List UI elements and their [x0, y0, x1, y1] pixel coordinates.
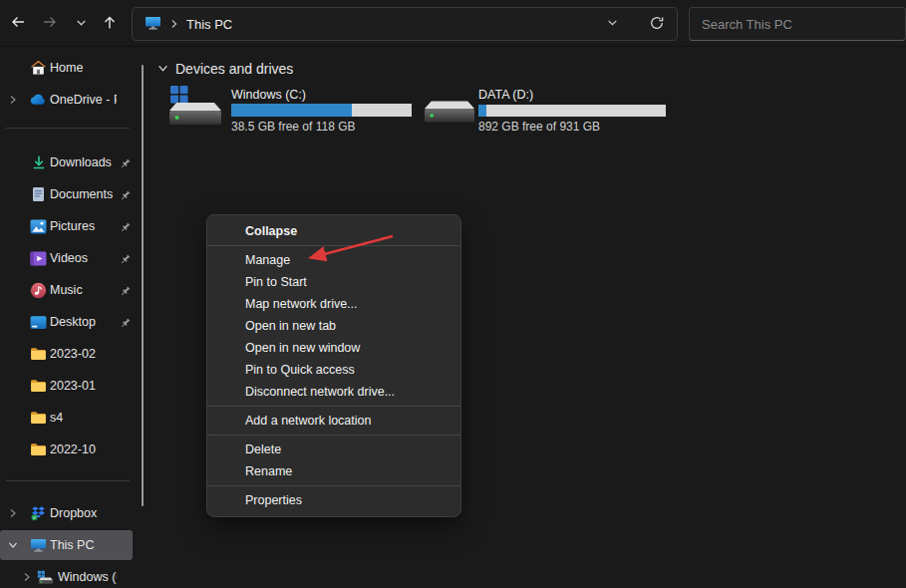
drive-name: Windows (C:) — [231, 88, 306, 102]
sidebar-item-label: Windows (C:) — [58, 570, 117, 584]
sidebar-item-label: This PC — [50, 538, 117, 552]
sidebar-item-label: 2022-10 — [50, 442, 117, 456]
pin-icon — [119, 220, 132, 233]
up-button[interactable] — [98, 12, 122, 36]
menu-item-rename[interactable]: Rename — [207, 460, 460, 482]
videos-icon — [30, 250, 47, 267]
music-icon — [30, 282, 47, 299]
menu-item-manage[interactable]: Manage — [207, 249, 460, 271]
menu-separator — [207, 245, 460, 246]
sidebar-scrollbar-thumb[interactable] — [142, 65, 144, 506]
context-menu: Collapse Manage Pin to Start Map network… — [206, 214, 461, 517]
sidebar-item-folder-2023-01[interactable]: 2023-01 — [0, 371, 133, 401]
chevron-down-icon — [75, 15, 88, 33]
sidebar-item-label: Music — [50, 283, 117, 297]
drive-free-space: 38.5 GB free of 118 GB — [231, 120, 356, 134]
menu-item-disconnect-network-drive[interactable]: Disconnect network drive... — [207, 381, 460, 403]
breadcrumb-chevron-icon — [169, 17, 178, 32]
chevron-right-icon[interactable] — [6, 93, 20, 107]
chevron-down-icon[interactable] — [157, 61, 168, 77]
sidebar-item-dropbox[interactable]: Dropbox — [0, 498, 133, 528]
menu-item-add-a-network-location[interactable]: Add a network location — [207, 410, 460, 432]
drive-usage-bar — [231, 104, 412, 117]
section-header-devices-and-drives[interactable]: Devices and drives — [157, 61, 293, 77]
documents-icon — [30, 186, 47, 203]
sidebar-item-home[interactable]: Home — [0, 53, 133, 83]
sidebar-divider — [6, 480, 130, 481]
search-box[interactable] — [689, 7, 906, 41]
folder-icon — [30, 441, 47, 458]
sidebar-item-label: s4 — [50, 411, 117, 425]
toolbar: This PC — [0, 0, 906, 47]
folder-icon — [30, 346, 47, 363]
hard-drive-icon — [425, 99, 474, 129]
drive-usage-bar — [478, 105, 666, 117]
drive-usage-fill — [231, 104, 352, 117]
drive-usage-fill — [478, 105, 486, 117]
sidebar-item-downloads[interactable]: Downloads — [0, 147, 133, 177]
menu-item-collapse[interactable]: Collapse — [207, 220, 460, 242]
menu-item-pin-to-start[interactable]: Pin to Start — [207, 271, 460, 293]
windows-drive-icon — [37, 569, 54, 586]
sidebar-item-label: Downloads — [50, 155, 117, 169]
menu-item-pin-to-quick-access[interactable]: Pin to Quick access — [207, 359, 460, 381]
menu-item-delete[interactable]: Delete — [207, 439, 460, 460]
breadcrumb-location[interactable]: This PC — [186, 17, 232, 32]
sidebar-item-label: Home — [50, 61, 117, 75]
sidebar-item-label: 2023-01 — [50, 379, 117, 393]
home-icon — [30, 60, 47, 77]
sidebar: Home OneDrive - Perso Downloads Document… — [0, 48, 151, 588]
sidebar-divider — [6, 128, 130, 129]
menu-separator — [207, 435, 460, 436]
chevron-right-icon[interactable] — [20, 570, 34, 584]
sidebar-item-label: Documents — [50, 187, 117, 201]
forward-icon — [41, 14, 59, 34]
sidebar-item-folder-2023-02[interactable]: 2023-02 — [0, 339, 133, 369]
desktop-icon — [30, 314, 47, 331]
forward-button[interactable] — [38, 12, 62, 36]
onedrive-icon — [30, 92, 47, 109]
sidebar-item-label: Dropbox — [50, 506, 117, 520]
sidebar-item-label: Videos — [50, 251, 117, 265]
pin-icon — [119, 316, 132, 329]
sidebar-item-label: 2023-02 — [50, 347, 117, 361]
sidebar-item-label: Pictures — [50, 219, 117, 233]
sidebar-item-documents[interactable]: Documents — [0, 179, 133, 209]
sidebar-item-this-pc[interactable]: This PC — [0, 530, 133, 560]
refresh-icon[interactable] — [649, 15, 665, 34]
sidebar-item-music[interactable]: Music — [0, 275, 133, 305]
menu-item-open-in-new-window[interactable]: Open in new window — [207, 337, 460, 359]
back-button[interactable] — [6, 12, 30, 36]
chevron-right-icon[interactable] — [6, 506, 20, 520]
address-dropdown-icon[interactable] — [606, 16, 619, 32]
menu-separator — [207, 485, 460, 486]
recent-locations-button[interactable] — [69, 12, 93, 36]
sidebar-item-videos[interactable]: Videos — [0, 243, 133, 273]
sidebar-item-label: Desktop — [50, 315, 117, 329]
pin-icon — [119, 284, 132, 297]
pin-icon — [119, 188, 132, 201]
sidebar-item-folder-2022-10[interactable]: 2022-10 — [0, 435, 133, 464]
sidebar-item-folder-s4[interactable]: s4 — [0, 403, 133, 433]
up-arrow-icon — [102, 14, 118, 35]
hard-drive-icon — [169, 101, 221, 131]
downloads-icon — [30, 154, 47, 171]
pin-icon — [119, 156, 132, 169]
sidebar-item-label: OneDrive - Perso — [50, 93, 117, 107]
menu-item-open-in-new-tab[interactable]: Open in new tab — [207, 315, 460, 337]
dropbox-icon — [30, 505, 47, 522]
search-input[interactable] — [702, 17, 893, 32]
drive-name: DATA (D:) — [478, 88, 533, 102]
menu-item-properties[interactable]: Properties — [207, 489, 460, 511]
folder-icon — [30, 378, 47, 395]
back-icon — [9, 14, 27, 34]
chevron-down-icon[interactable] — [6, 538, 20, 552]
folder-icon — [30, 410, 47, 427]
sidebar-item-onedrive[interactable]: OneDrive - Perso — [0, 85, 133, 115]
sidebar-item-pictures[interactable]: Pictures — [0, 211, 133, 241]
sidebar-item-windows-c[interactable]: Windows (C:) — [0, 562, 133, 588]
sidebar-item-desktop[interactable]: Desktop — [0, 307, 133, 337]
menu-item-map-network-drive[interactable]: Map network drive... — [207, 293, 460, 315]
address-bar[interactable]: This PC — [132, 7, 678, 41]
section-header-label: Devices and drives — [175, 61, 293, 77]
